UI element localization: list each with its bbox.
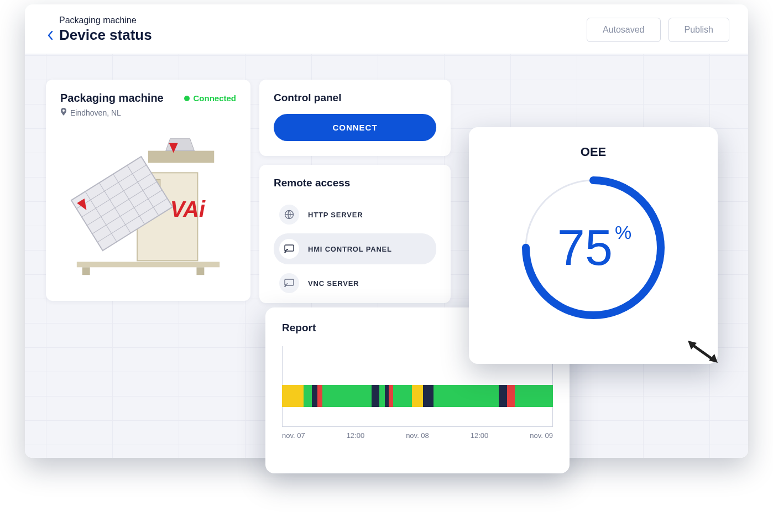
machine-card[interactable]: Packaging machine Connected Eindhoven, N… bbox=[46, 80, 250, 301]
timeline-segment bbox=[317, 385, 323, 407]
publish-button[interactable]: Publish bbox=[668, 18, 729, 42]
svg-text:VAi: VAi bbox=[170, 197, 206, 221]
pin-icon bbox=[60, 108, 67, 117]
timeline-segment bbox=[322, 385, 371, 407]
timeline-segment bbox=[507, 385, 515, 407]
svg-rect-14 bbox=[148, 151, 214, 163]
timeline-segment bbox=[393, 385, 412, 407]
timeline-segment bbox=[412, 385, 423, 407]
status-dot-icon bbox=[184, 96, 190, 101]
svg-rect-17 bbox=[77, 262, 220, 267]
timeline-axis: nov. 07 12:00 nov. 08 12:00 nov. 09 bbox=[282, 431, 553, 440]
axis-label: 12:00 bbox=[471, 431, 489, 440]
machine-image: VAi bbox=[60, 128, 236, 283]
remote-item-vnc[interactable]: VNC SERVER bbox=[274, 268, 436, 299]
cast-icon bbox=[279, 239, 299, 259]
remote-item-label: HMI CONTROL PANEL bbox=[308, 245, 392, 253]
axis-label: nov. 07 bbox=[282, 431, 305, 440]
remote-item-label: HTTP SERVER bbox=[308, 211, 363, 219]
globe-icon bbox=[279, 205, 299, 225]
timeline-segment bbox=[372, 385, 380, 407]
timeline-segment bbox=[282, 385, 304, 407]
svg-point-22 bbox=[285, 252, 286, 253]
autosaved-button[interactable]: Autosaved bbox=[587, 18, 661, 42]
timeline-segment bbox=[499, 385, 507, 407]
resize-handle-icon[interactable] bbox=[686, 338, 721, 365]
header-actions: Autosaved Publish bbox=[587, 18, 729, 42]
title-row[interactable]: Device status bbox=[47, 27, 152, 44]
control-panel-card[interactable]: Control panel CONNECT bbox=[259, 80, 451, 156]
control-panel-title: Control panel bbox=[274, 92, 436, 104]
location-text: Eindhoven, NL bbox=[70, 108, 121, 117]
timeline-segment bbox=[312, 385, 317, 407]
cast-icon bbox=[279, 273, 299, 293]
timeline-segment bbox=[385, 385, 389, 407]
axis-label: nov. 08 bbox=[406, 431, 429, 440]
oee-gauge-chart: 75% bbox=[510, 165, 676, 331]
header-left: Packaging machine Device status bbox=[47, 15, 152, 44]
timeline-segment bbox=[389, 385, 393, 407]
remote-item-http[interactable]: HTTP SERVER bbox=[274, 199, 436, 230]
axis-label: 12:00 bbox=[347, 431, 365, 440]
machine-title: Packaging machine bbox=[60, 92, 164, 105]
remote-access-list: HTTP SERVER HMI CONTROL PANEL VNC SERVER bbox=[274, 199, 436, 299]
timeline-bar bbox=[282, 385, 553, 407]
timeline-segment bbox=[433, 385, 499, 407]
remote-access-card[interactable]: Remote access HTTP SERVER HMI CONTROL PA… bbox=[259, 165, 451, 303]
timeline-segment bbox=[515, 385, 553, 407]
oee-value: 75% bbox=[510, 165, 676, 331]
svg-line-27 bbox=[691, 344, 714, 361]
breadcrumb: Packaging machine bbox=[59, 15, 152, 25]
timeline-segment bbox=[423, 385, 434, 407]
oee-card[interactable]: OEE 75% bbox=[469, 127, 718, 364]
status-label: Connected bbox=[193, 93, 236, 103]
svg-rect-18 bbox=[82, 267, 90, 275]
app-header: Packaging machine Device status Autosave… bbox=[25, 4, 748, 54]
oee-title: OEE bbox=[487, 145, 700, 159]
remote-access-title: Remote access bbox=[274, 177, 436, 189]
svg-point-24 bbox=[285, 286, 286, 287]
svg-rect-19 bbox=[196, 267, 204, 275]
remote-item-label: VNC SERVER bbox=[308, 279, 359, 288]
connect-button[interactable]: CONNECT bbox=[274, 114, 436, 141]
remote-item-hmi[interactable]: HMI CONTROL PANEL bbox=[274, 233, 436, 264]
back-chevron-icon[interactable] bbox=[47, 30, 54, 41]
timeline-segment bbox=[304, 385, 312, 407]
timeline-segment bbox=[379, 385, 385, 407]
status-badge: Connected bbox=[184, 93, 236, 103]
location-row: Eindhoven, NL bbox=[60, 108, 236, 117]
axis-label: nov. 09 bbox=[530, 431, 553, 440]
page-title: Device status bbox=[59, 27, 152, 44]
